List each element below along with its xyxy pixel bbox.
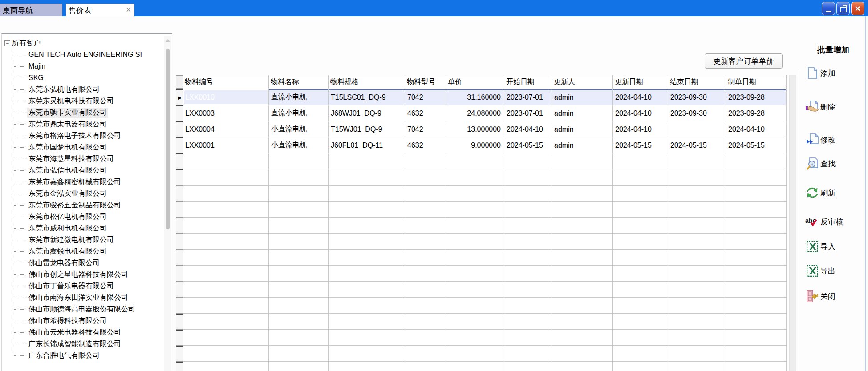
table-cell[interactable]: 小直流电机 [269, 137, 329, 153]
table-cell[interactable] [329, 153, 405, 169]
table-cell[interactable] [269, 218, 329, 234]
table-row[interactable] [176, 234, 787, 250]
row-header-cell[interactable] [176, 250, 183, 266]
table-cell[interactable] [552, 298, 613, 314]
row-header-cell[interactable] [176, 314, 183, 330]
table-cell[interactable]: 4632 [405, 137, 446, 153]
tree-item-customer[interactable]: 佛山市希得科技有限公司 [14, 315, 172, 327]
table-cell[interactable] [446, 169, 504, 186]
table-cell[interactable]: J68WJ01_DQ-9 [329, 105, 405, 121]
table-cell[interactable] [446, 362, 504, 371]
table-cell[interactable] [183, 250, 269, 266]
column-header-4[interactable]: 物料型号 [405, 75, 446, 89]
row-header-cell[interactable] [176, 137, 183, 153]
table-cell[interactable]: admin [552, 89, 613, 105]
table-cell[interactable] [405, 314, 446, 330]
table-cell[interactable] [613, 362, 668, 371]
table-cell[interactable] [329, 266, 405, 282]
table-cell[interactable] [329, 218, 405, 234]
table-cell[interactable] [269, 346, 329, 362]
table-cell[interactable] [552, 330, 613, 346]
table-cell[interactable] [726, 314, 787, 330]
table-row[interactable] [176, 282, 787, 298]
row-header-cell[interactable] [176, 282, 183, 298]
table-cell[interactable] [504, 314, 552, 330]
table-cell[interactable]: 2023-07-01 [504, 89, 552, 105]
row-header-cell[interactable] [176, 202, 183, 218]
table-cell[interactable] [552, 202, 613, 218]
table-cell[interactable] [726, 153, 787, 169]
table-row[interactable] [176, 153, 787, 169]
table-cell[interactable]: 2023-09-30 [668, 105, 726, 121]
table-cell[interactable]: LXX0010 [183, 89, 269, 105]
table-cell[interactable]: 4632 [405, 105, 446, 121]
table-cell[interactable] [405, 153, 446, 169]
table-cell[interactable] [552, 234, 613, 250]
table-row[interactable] [176, 169, 787, 186]
table-cell[interactable] [446, 218, 504, 234]
table-row[interactable]: LXX0004小直流电机T15WJ01_DQ-9704213.000000202… [176, 121, 787, 137]
tree-item-customer[interactable]: 东莞市嘉鑫精密机械有限公司 [14, 176, 172, 188]
table-cell[interactable] [446, 250, 504, 266]
row-header-cell[interactable] [176, 330, 183, 346]
table-cell[interactable] [726, 330, 787, 346]
row-header-cell[interactable] [176, 346, 183, 362]
table-row[interactable] [176, 202, 787, 218]
table-cell[interactable] [726, 266, 787, 282]
restore-button[interactable] [836, 2, 850, 15]
table-cell[interactable] [183, 169, 269, 186]
table-cell[interactable]: LXX0004 [183, 121, 269, 137]
table-row[interactable] [176, 250, 787, 266]
table-cell[interactable] [504, 218, 552, 234]
table-cell[interactable] [668, 202, 726, 218]
tree-item-customer[interactable]: 佛山雷龙电器有限公司 [14, 257, 172, 269]
table-cell[interactable] [504, 202, 552, 218]
table-cell[interactable] [183, 234, 269, 250]
table-cell[interactable] [329, 362, 405, 371]
table-cell[interactable]: T15LSC01_DQ-9 [329, 89, 405, 105]
table-row[interactable] [176, 330, 787, 346]
table-cell[interactable] [504, 346, 552, 362]
tree-item-customer[interactable]: 东莞东弘机电有限公司 [14, 84, 172, 95]
table-cell[interactable]: J60FL01_DQ-11 [329, 137, 405, 153]
table-cell[interactable] [726, 234, 787, 250]
table-cell[interactable] [183, 298, 269, 314]
table-cell[interactable] [446, 330, 504, 346]
table-cell[interactable]: 2023-09-28 [726, 105, 787, 121]
table-cell[interactable] [446, 153, 504, 169]
close-button[interactable]: × [851, 2, 864, 15]
excel-export-button[interactable]: 导出 [805, 264, 836, 278]
tree-item-customer[interactable]: 东莞市国梦电机有限公司 [14, 141, 172, 153]
tree-item-customer[interactable]: 东莞市驰卡实业有限公司 [14, 107, 172, 118]
table-cell[interactable] [269, 282, 329, 298]
table-row[interactable] [176, 362, 787, 371]
tree-item-customer[interactable]: GEN TECH Auto ENGINEERING SI [14, 49, 172, 60]
column-header-6[interactable]: 开始日期 [504, 75, 552, 89]
column-header-2[interactable]: 物料名称 [269, 75, 329, 89]
table-cell[interactable] [405, 266, 446, 282]
table-cell[interactable]: 2024-05-15 [668, 137, 726, 153]
table-cell[interactable] [405, 234, 446, 250]
table-cell[interactable] [613, 250, 668, 266]
table-cell[interactable] [668, 169, 726, 186]
table-cell[interactable] [552, 266, 613, 282]
table-cell[interactable] [552, 362, 613, 371]
table-cell[interactable] [726, 218, 787, 234]
tree-item-customer[interactable]: 广东合胜电气有限公司 [14, 350, 172, 361]
tree-item-customer[interactable]: SKG [14, 72, 172, 84]
table-cell[interactable] [668, 153, 726, 169]
column-header-9[interactable]: 结束日期 [668, 75, 726, 89]
table-cell[interactable] [183, 186, 269, 202]
collapse-icon[interactable]: − [4, 40, 10, 46]
find-doc-button[interactable]: H查找 [805, 157, 836, 171]
table-cell[interactable] [668, 298, 726, 314]
column-header-5[interactable]: 单价 [446, 75, 504, 89]
column-header-7[interactable]: 更新人 [552, 75, 613, 89]
table-cell[interactable] [668, 250, 726, 266]
table-cell[interactable] [183, 282, 269, 298]
table-cell[interactable] [329, 202, 405, 218]
table-cell[interactable] [668, 234, 726, 250]
table-cell[interactable] [504, 250, 552, 266]
table-cell[interactable] [269, 169, 329, 186]
table-cell[interactable] [504, 298, 552, 314]
